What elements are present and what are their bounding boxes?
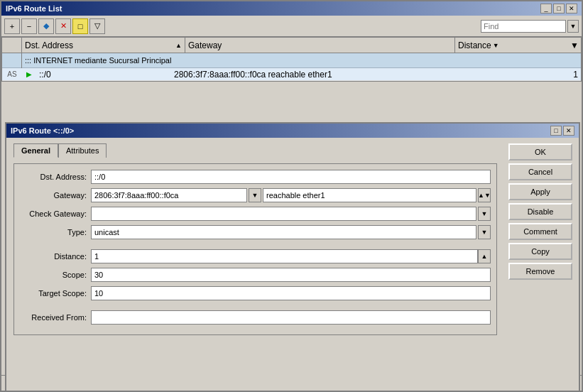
- form-area: General Attributes Dst. Address: Gateway…: [6, 138, 504, 391]
- tab-general[interactable]: General: [13, 143, 58, 158]
- dst-address-row: Dst. Address:: [20, 170, 491, 184]
- dst-address-input[interactable]: [91, 170, 491, 184]
- tab-attributes[interactable]: Attributes: [58, 143, 107, 158]
- comment-button[interactable]: Comment: [508, 223, 572, 240]
- distance-group: ▲: [91, 249, 491, 263]
- gateway-reachable-dropdown[interactable]: ▲▼: [478, 188, 491, 202]
- dst-address-label: Dst. Address:: [20, 173, 91, 181]
- received-from-label: Received From:: [20, 313, 91, 322]
- close-button[interactable]: ✕: [566, 4, 577, 13]
- row-type: AS: [2, 70, 22, 78]
- maximize-button[interactable]: □: [553, 4, 565, 13]
- check-gateway-dropdown[interactable]: ▼: [478, 207, 491, 221]
- outer-content: Dst. Address ▲ Gateway Distance ▼ ▼ ::: …: [1, 37, 582, 391]
- find-input[interactable]: [481, 20, 566, 33]
- check-gateway-row: Check Gateway: ▼: [20, 207, 491, 221]
- distance-label: Distance:: [20, 252, 91, 261]
- minimize-button[interactable]: _: [540, 4, 552, 13]
- gateway-input-group: ▼ ▲▼: [91, 188, 491, 202]
- ok-button[interactable]: OK: [508, 143, 572, 160]
- outer-window-title: IPv6 Route List: [6, 4, 62, 13]
- target-scope-row: Target Scope:: [20, 286, 491, 300]
- gateway-reachable-input[interactable]: [263, 188, 476, 202]
- target-scope-label: Target Scope:: [20, 289, 91, 298]
- table-header: Dst. Address ▲ Gateway Distance ▼ ▼: [2, 38, 581, 53]
- filter-button[interactable]: ▽: [89, 18, 105, 34]
- gateway-label: Gateway:: [20, 191, 91, 200]
- type-label: Type:: [20, 228, 91, 236]
- edit-button[interactable]: ◆: [38, 18, 54, 34]
- table-column-expand[interactable]: ▼: [568, 38, 581, 53]
- received-from-row: Received From:: [20, 310, 491, 325]
- check-gateway-group: ▼: [91, 207, 491, 221]
- inner-minimize-button[interactable]: □: [550, 126, 562, 136]
- row-distance: 1: [441, 70, 581, 80]
- outer-window-controls: _ □ ✕: [540, 4, 577, 13]
- row-gateway: 2806:3f7:8aaa:ff00::f0ca reachable ether…: [171, 70, 441, 80]
- tab-content: Dst. Address: Gateway: ▼ ▲▼: [13, 163, 497, 335]
- header-dst-address: Dst. Address ▲: [22, 38, 185, 53]
- check-gateway-label: Check Gateway:: [20, 209, 91, 218]
- copy-toolbar-button[interactable]: □: [72, 18, 88, 34]
- type-row: Type: ▼: [20, 225, 491, 239]
- outer-title-bar: IPv6 Route List _ □ ✕: [1, 1, 582, 16]
- apply-button[interactable]: Apply: [508, 183, 572, 200]
- route-group: ::: INTERNET mediante Sucursal Principal: [2, 53, 581, 68]
- distance-spinner[interactable]: ▲: [478, 249, 491, 263]
- copy-button[interactable]: Copy: [508, 243, 572, 260]
- scope-row: Scope:: [20, 268, 491, 282]
- distance-row: Distance: ▲: [20, 249, 491, 263]
- inner-close-button[interactable]: ✕: [563, 126, 574, 136]
- inner-window: IPv6 Route <::/0> □ ✕ General Attributes: [5, 122, 580, 391]
- header-distance: Distance ▼: [455, 38, 568, 53]
- type-input[interactable]: [91, 225, 476, 239]
- check-gateway-input[interactable]: [91, 207, 476, 221]
- cancel-button[interactable]: Cancel: [508, 163, 572, 180]
- disable-button[interactable]: Disable: [508, 203, 572, 220]
- table-row[interactable]: AS ▶ ::/0 2806:3f7:8aaa:ff00::f0ca reach…: [2, 68, 581, 81]
- toolbar: + − ◆ ✕ □ ▽ ▼: [1, 16, 582, 37]
- row-dst-address: ::/0: [36, 70, 171, 80]
- gateway-row: Gateway: ▼ ▲▼: [20, 188, 491, 202]
- tab-bar: General Attributes: [13, 143, 497, 158]
- distance-input[interactable]: [91, 249, 478, 263]
- add-button[interactable]: +: [4, 18, 20, 34]
- outer-window: IPv6 Route List _ □ ✕ + − ◆ ✕ □ ▽ ▼ Dst.…: [0, 0, 583, 392]
- action-buttons: OK Cancel Apply Disable Comment Copy Rem…: [504, 138, 579, 391]
- inner-window-controls: □ ✕: [550, 126, 574, 136]
- received-from-input[interactable]: [91, 310, 491, 325]
- type-group: ▼: [91, 225, 491, 239]
- group-row: ::: INTERNET mediante Sucursal Principal: [2, 54, 581, 67]
- scope-input[interactable]: [91, 268, 491, 282]
- remove-button-dialog[interactable]: Remove: [508, 263, 572, 280]
- gateway-input[interactable]: [91, 188, 247, 202]
- dst-sort-icon: ▲: [175, 42, 182, 49]
- find-dropdown-button[interactable]: ▼: [567, 20, 579, 33]
- delete-button[interactable]: ✕: [55, 18, 71, 34]
- inner-content: General Attributes Dst. Address: Gateway…: [6, 138, 579, 391]
- remove-button[interactable]: −: [21, 18, 37, 34]
- group-label: ::: INTERNET mediante Sucursal Principal: [22, 56, 174, 65]
- row-icon: ▶: [22, 70, 36, 78]
- find-area: ▼: [481, 20, 579, 33]
- dist-sort-icon: ▼: [493, 42, 499, 49]
- route-table: Dst. Address ▲ Gateway Distance ▼ ▼ ::: …: [1, 37, 582, 82]
- inner-window-title: IPv6 Route <::/0>: [11, 126, 74, 135]
- scope-label: Scope:: [20, 271, 91, 279]
- header-check: [2, 38, 22, 53]
- header-gateway: Gateway: [185, 38, 455, 53]
- type-dropdown[interactable]: ▼: [478, 225, 491, 239]
- gateway-dropdown-button[interactable]: ▼: [249, 188, 261, 202]
- inner-title-bar: IPv6 Route <::/0> □ ✕: [6, 124, 579, 138]
- target-scope-input[interactable]: [91, 286, 491, 300]
